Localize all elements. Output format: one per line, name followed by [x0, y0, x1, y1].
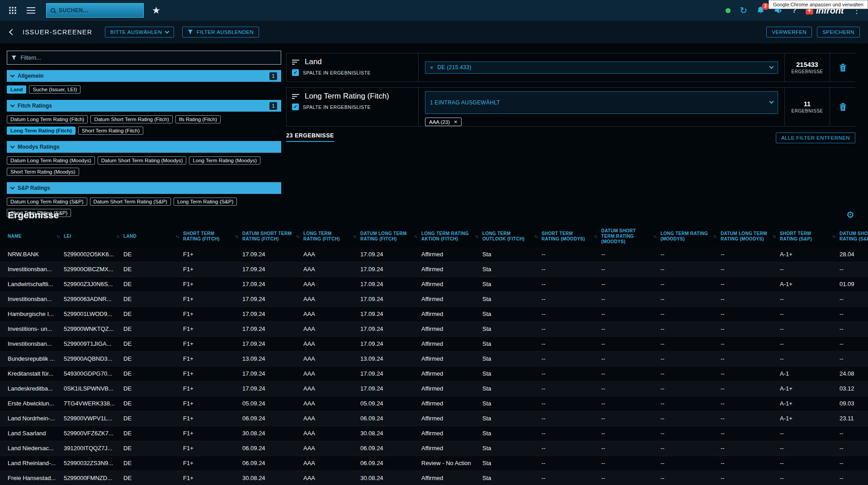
checkbox-checked[interactable]: ✓	[292, 69, 299, 76]
table-row[interactable]: Kreditanstalt für...549300GDPG70...DEF1+…	[0, 366, 868, 381]
table-row[interactable]: Investitionsban...5299009T1JIGA...DEF1+1…	[0, 336, 868, 351]
selected-chip[interactable]: AAA (23) ×	[425, 118, 462, 126]
filter-tag[interactable]: Short Term Rating (Fitch)	[78, 127, 143, 135]
column-header[interactable]: LONG TERM RATING (MOODYS)↑↓	[658, 226, 718, 247]
table-row[interactable]: NRW.BANK52990002O5KK6...DEF1+17.09.24AAA…	[0, 247, 868, 262]
column-header[interactable]: DATUM LONG TERM RATING (FITCH)↑↓	[358, 226, 419, 247]
gear-icon[interactable]: ⚙	[846, 210, 854, 219]
filter-tag[interactable]: Long Term Rating (Fitch)	[7, 127, 75, 135]
sort-icon[interactable]: ↑↓	[594, 234, 597, 239]
filter-search-box[interactable]	[7, 51, 281, 65]
column-header-label: SHORT TERM RATING (MOODYS)	[542, 231, 585, 241]
table-row[interactable]: Investitionsban...529900OBCZMX...DEF1+17…	[0, 262, 868, 277]
apps-grid-icon[interactable]	[9, 7, 17, 14]
column-header-label: SHORT TERM RATING (FITCH)	[183, 231, 220, 241]
filter-tag[interactable]: Long Term Rating (S&P)	[174, 198, 237, 206]
discard-button[interactable]: VERWERFEN	[766, 27, 812, 38]
sort-icon[interactable]: ↑↓	[235, 234, 238, 239]
column-header[interactable]: SHORT TERM RATING (MOODYS)↑↓	[539, 226, 599, 247]
sort-icon[interactable]: ↑↓	[57, 234, 60, 239]
sort-icon[interactable]: ↑↓	[713, 234, 717, 239]
delete-filter-land-button[interactable]	[830, 53, 855, 81]
column-header[interactable]: DATUM SHORT TERM RATING (S&P)↑↓	[837, 226, 868, 247]
checkbox-checked[interactable]: ✓	[292, 104, 299, 110]
table-row[interactable]: Landeskreditba...0SK1ILSPWNVB...DEF1+17.…	[0, 381, 868, 396]
column-toggle-land[interactable]: ✓ SPALTE IN ERGEBNISLISTE	[292, 69, 418, 76]
table-cell: --	[777, 292, 837, 306]
sort-icon[interactable]: ↑↓	[296, 234, 299, 239]
table-row[interactable]: Land Nordrhein-...529900VWPV1L...DEF1+06…	[0, 411, 868, 426]
filter-tag[interactable]: Long Term Rating (Moodys)	[189, 156, 260, 165]
filter-tag[interactable]: Datum Long Term Rating (Moodys)	[7, 156, 95, 165]
filter-group-header[interactable]: Allgemein1	[7, 70, 281, 82]
filter-tag[interactable]: Short Term Rating (Moodys)	[7, 168, 79, 176]
filter-tag[interactable]: Land	[7, 85, 26, 94]
search-input[interactable]	[59, 7, 139, 14]
table-row[interactable]: Bundesrepublik ...529900AQBND3...DEF1+13…	[0, 351, 868, 366]
filter-group-header[interactable]: S&P Ratings	[7, 182, 281, 194]
drag-handle-icon[interactable]	[292, 59, 300, 65]
land-select[interactable]: × DE (215.433)	[425, 61, 778, 74]
notifications-button[interactable]: 3	[756, 6, 765, 15]
sort-icon[interactable]: ↑↓	[653, 234, 656, 239]
column-header[interactable]: LONG TERM OUTLOOK (FITCH)↑↓	[480, 226, 539, 247]
table-row[interactable]: Land Niedersac...391200ITQQZ7J...DEF1+06…	[0, 441, 868, 456]
sort-icon[interactable]: ↑↓	[534, 234, 538, 239]
column-header[interactable]: LONG TERM RATING AKTION (FITCH)↑↓	[419, 226, 480, 247]
column-header-label: LONG TERM RATING (MOODYS)	[660, 231, 708, 241]
filter-tag[interactable]: Datum Long Term Rating (S&P)	[7, 198, 87, 206]
refresh-icon[interactable]: ↻	[740, 6, 747, 15]
sort-icon[interactable]: ↑↓	[353, 234, 356, 239]
preset-dropdown[interactable]: BITTE AUSWÄHLEN	[105, 27, 174, 38]
filter-search-input[interactable]	[21, 55, 277, 61]
column-header[interactable]: LAND↑↓	[121, 226, 180, 247]
column-header[interactable]: SHORT TERM RATING (FITCH)↑↓	[180, 226, 240, 247]
column-header[interactable]: LONG TERM RATING (FITCH)↑↓	[301, 226, 358, 247]
table-row[interactable]: Hamburgische I...5299001LWOD9...DEF1+17.…	[0, 306, 868, 321]
hide-filters-button[interactable]: FILTER AUSBLENDEN	[182, 27, 259, 38]
back-button[interactable]	[8, 28, 16, 36]
table-cell: Sta	[480, 411, 539, 426]
column-header[interactable]: DATUM SHORT TERM RATING (MOODYS)↑↓	[599, 226, 658, 247]
save-button[interactable]: SPEICHERN	[817, 27, 860, 38]
favorite-star-icon[interactable]: ★	[152, 5, 160, 16]
column-toggle-ltr[interactable]: ✓ SPALTE IN ERGEBNISLISTE	[292, 104, 418, 110]
table-row[interactable]: Investitionsban...52990063ADNR...DEF1+17…	[0, 292, 868, 306]
table-row[interactable]: Erste Abwicklun...7TG4VWERK338...DEF1+05…	[0, 396, 868, 411]
column-header[interactable]: DATUM SHORT TERM RATING (FITCH)↑↓	[240, 226, 301, 247]
remove-all-filters-button[interactable]: ALLE FILTER ENTFERNEN	[776, 132, 855, 143]
check-icon: ✓	[293, 104, 297, 109]
column-header[interactable]: LEI↑↓	[61, 226, 121, 247]
filter-tag[interactable]: Datum Short Term Rating (Moodys)	[98, 156, 187, 165]
filter-tag[interactable]: Suche (Issuer, LEI)	[29, 85, 80, 94]
filter-tag[interactable]: Ifs Rating (Fitch)	[175, 115, 221, 123]
remove-chip-icon[interactable]: ×	[454, 119, 458, 125]
filter-tag[interactable]: Datum Short Term Rating (S&P)	[90, 198, 171, 206]
table-row[interactable]: Landwirtschaftli...529900Z3J0N6S...DEF1+…	[0, 277, 868, 292]
table-row[interactable]: Land Rheinland-...52990032ZS3N9...DEF1+0…	[0, 456, 868, 471]
column-header[interactable]: SHORT TERM RATING (S&P)↑↓	[777, 226, 837, 247]
sort-icon[interactable]: ↑↓	[414, 234, 417, 239]
filter-tag[interactable]: Datum Long Term Rating (Fitch)	[7, 115, 88, 123]
table-cell: 13.09.24	[240, 351, 301, 366]
drag-handle-icon[interactable]	[292, 94, 300, 99]
sort-icon[interactable]: ↑↓	[832, 234, 835, 239]
table-row[interactable]: Freie Hansestad...5299000FMNZD...DEF1+30…	[0, 471, 868, 485]
filter-tag[interactable]: Datum Short Term Rating (Fitch)	[90, 115, 172, 123]
table-row[interactable]: Investitions- un...529900WNKTQZ...DEF1+1…	[0, 321, 868, 336]
remove-value-icon[interactable]: ×	[430, 65, 434, 71]
column-header[interactable]: NAME↑↓	[0, 226, 61, 247]
sort-icon[interactable]: ↑↓	[475, 234, 478, 239]
hamburger-menu-icon[interactable]	[27, 7, 35, 14]
sort-icon[interactable]: ↑↓	[176, 234, 179, 239]
delete-filter-ltr-button[interactable]	[830, 88, 855, 126]
global-search-box[interactable]	[46, 3, 144, 18]
column-header[interactable]: DATUM LONG TERM RATING (MOODYS)↑↓	[718, 226, 777, 247]
sort-icon[interactable]: ↑↓	[116, 234, 119, 239]
filter-group-header[interactable]: Moodys Ratings	[7, 141, 281, 153]
ltr-select[interactable]: 1 EINTRAG AUSGEWÄHLT	[425, 91, 778, 114]
sort-icon[interactable]: ↑↓	[773, 234, 776, 239]
table-cell: 17.09.24	[358, 381, 419, 396]
table-row[interactable]: Land Saarland529900VFZ6ZK7...DEF1+30.08.…	[0, 426, 868, 441]
filter-group-header[interactable]: Fitch Ratings1	[7, 100, 281, 112]
